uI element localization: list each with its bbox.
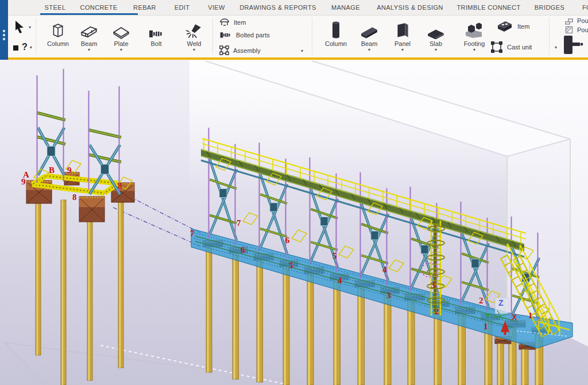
panel-button[interactable]: Panel ▾ [386, 17, 419, 52]
pour-object-icon [565, 17, 573, 25]
ribbon-separator [36, 18, 36, 55]
dropdown-caret-icon: ▾ [178, 48, 210, 52]
ribbon: ▾ ? ▾ Column Beam ▾ Plate [8, 16, 588, 57]
select-inquire-button[interactable]: ? ▾ [13, 42, 32, 52]
bolt-icon [148, 29, 164, 39]
dropdown-caret-icon: ▾ [29, 25, 31, 29]
active-tab-indicator [40, 13, 138, 15]
weld-button[interactable]: Weld ▾ [178, 17, 210, 52]
assembly-icon [219, 45, 229, 55]
pour-unit-button[interactable]: C [563, 35, 588, 55]
tab-trimble-connect[interactable]: TRIMBLE CONNECT [457, 0, 520, 15]
ribbon-separator [212, 18, 213, 55]
cast-unit-button[interactable]: Cast unit [490, 41, 532, 53]
side-strip-dot [3, 38, 5, 40]
steel-beam-button[interactable]: Beam ▾ [73, 17, 105, 52]
assembly-dropdown-caret-icon[interactable]: ▾ [301, 49, 303, 53]
cast-unit-icon [490, 41, 503, 53]
select-square-icon [13, 44, 20, 51]
concrete-item-icon [496, 20, 513, 33]
steel-column-button[interactable]: Column [42, 17, 74, 48]
tekla-structures-window: STEEL CONCRETE REBAR EDIT VIEW DRAWINGS … [0, 0, 588, 385]
dropdown-caret-icon: ▾ [105, 48, 137, 52]
cast-unit-dropdown-caret-icon[interactable]: ▾ [555, 45, 557, 49]
concrete-item-button[interactable]: Item [496, 20, 529, 33]
bolted-parts-icon [219, 31, 232, 39]
dropdown-caret-icon: ▾ [386, 48, 419, 52]
concrete-beam-icon [360, 25, 378, 39]
side-strip-dot [3, 30, 5, 32]
ribbon-separator [312, 18, 312, 55]
dropdown-caret-icon: ▾ [73, 48, 105, 52]
dropdown-caret-icon: ▾ [353, 48, 385, 52]
slab-icon [427, 28, 445, 39]
tab-truncated[interactable]: FO [582, 0, 588, 15]
concrete-column-button[interactable]: Column [320, 17, 352, 48]
tab-manage[interactable]: MANAGE [331, 0, 360, 15]
dropdown-caret-icon: ▾ [420, 48, 452, 52]
tab-edit[interactable]: EDIT [175, 0, 190, 15]
dropdown-caret-icon: ▾ [458, 48, 490, 52]
assembly-button[interactable]: Assembly [219, 45, 261, 55]
panel-icon [395, 22, 410, 39]
plate-button[interactable]: Plate ▾ [105, 17, 137, 52]
slab-button[interactable]: Slab ▾ [420, 17, 452, 52]
item-steel-icon [219, 18, 230, 26]
concrete-beam-button[interactable]: Beam ▾ [353, 17, 385, 52]
side-strip-dot [3, 34, 5, 36]
tab-analysis-design[interactable]: ANALYSIS & DESIGN [377, 0, 443, 15]
tab-view[interactable]: VIEW [208, 0, 225, 15]
ribbon-separator [549, 18, 550, 55]
plate-icon [113, 25, 130, 39]
bolted-parts-button[interactable]: Bolted parts [219, 31, 270, 39]
pour-break-icon [565, 26, 573, 34]
app-side-strip[interactable] [0, 0, 8, 60]
tab-drawings-reports[interactable]: DRAWINGS & REPORTS [239, 0, 316, 15]
steel-item-button[interactable]: Item [219, 18, 246, 26]
model-3d-scene [0, 60, 588, 385]
footing-button[interactable]: Footing ▾ [458, 17, 490, 52]
left-tower [26, 69, 134, 385]
tab-bridges[interactable]: BRIDGES [535, 0, 564, 15]
ribbon-tab-bar: STEEL CONCRETE REBAR EDIT VIEW DRAWINGS … [8, 0, 588, 16]
select-tool-button[interactable]: ▾ [14, 20, 31, 34]
question-icon: ? [22, 42, 28, 52]
concrete-column-icon [330, 21, 342, 39]
model-viewport[interactable] [0, 60, 588, 385]
bolt-button[interactable]: Bolt [140, 17, 172, 48]
weld-icon [185, 23, 203, 39]
pour-object-button[interactable]: Pour [565, 17, 588, 25]
cursor-arrow-icon [14, 20, 26, 34]
footing-icon [465, 22, 484, 39]
steel-beam-icon [80, 24, 98, 39]
pour-unit-icon [563, 35, 587, 55]
steel-column-icon [51, 22, 65, 39]
dropdown-caret-icon: ▾ [30, 45, 32, 49]
pour-break-button[interactable]: Pour [565, 26, 588, 34]
